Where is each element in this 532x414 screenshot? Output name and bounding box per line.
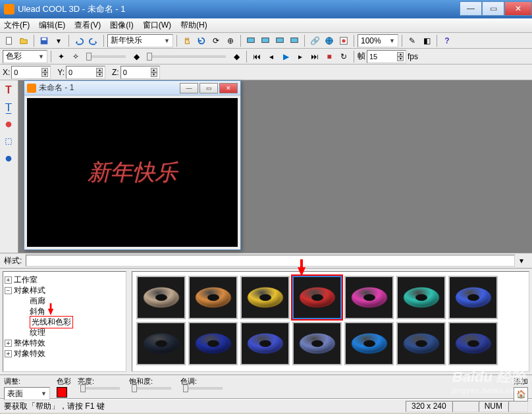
undo-icon[interactable] (72, 34, 86, 47)
key-b-icon[interactable]: ◆ (230, 50, 243, 63)
thumbnail[interactable] (188, 322, 238, 365)
close-button[interactable]: ✕ (504, 1, 532, 16)
open-icon[interactable] (17, 34, 30, 47)
canvas[interactable]: 新年快乐 (27, 98, 238, 247)
tree-global-fx[interactable]: 整体特效 (14, 338, 45, 349)
menu-window[interactable]: 窗口(W) (143, 20, 171, 31)
style-field[interactable] (26, 255, 515, 267)
thumbnail[interactable] (240, 276, 290, 319)
select-tool-icon[interactable] (1, 134, 16, 149)
svg-rect-6 (291, 38, 298, 42)
thumbnail[interactable] (344, 276, 394, 319)
brightness-slider[interactable] (80, 387, 120, 390)
doc-titlebar[interactable]: 未命名 - 1 — ▭ ✕ (24, 81, 240, 95)
expand-icon[interactable]: + (5, 340, 12, 347)
text-tool-icon[interactable]: T (1, 83, 16, 97)
sphere-tool-icon[interactable] (1, 117, 16, 132)
first-frame-icon[interactable]: ⏮ (250, 50, 263, 63)
refresh-icon[interactable]: ⟳ (209, 34, 223, 47)
tree-object-style[interactable]: 对象样式 (14, 285, 45, 296)
monitor4-icon[interactable] (288, 34, 301, 47)
thumbnail[interactable] (136, 276, 186, 319)
tool-b-icon[interactable]: ◧ (420, 34, 433, 47)
add-button[interactable]: 🏠 (514, 387, 528, 401)
slider-a[interactable] (86, 55, 126, 58)
shape-tool-icon[interactable]: T̲ (1, 100, 16, 115)
x-input[interactable]: ▴▾ (11, 66, 51, 79)
loop-icon[interactable]: ↻ (337, 50, 350, 63)
spin-down-icon[interactable]: ▾ (397, 57, 404, 61)
thumbnail[interactable] (344, 322, 394, 365)
menu-help[interactable]: 帮助(H) (180, 20, 207, 31)
thumbnail[interactable] (448, 276, 498, 319)
monitor3-icon[interactable] (273, 34, 286, 47)
rotate-icon[interactable] (195, 34, 208, 47)
key-a-icon[interactable]: ◆ (130, 50, 143, 63)
thumbnail[interactable] (188, 276, 238, 319)
zoom-combo[interactable]: 100%▼ (358, 34, 398, 47)
tree-object-fx[interactable]: 对象特效 (14, 348, 45, 359)
globe-icon[interactable] (323, 34, 336, 47)
preview-icon[interactable] (337, 34, 350, 47)
thumbnail[interactable] (292, 276, 342, 319)
svg-rect-3 (248, 38, 255, 42)
thumbnail[interactable] (448, 322, 498, 365)
next-frame-icon[interactable]: ▸ (294, 50, 307, 63)
text-combo[interactable]: 新年快乐▼ (107, 34, 173, 47)
minimize-button[interactable]: — (460, 1, 482, 16)
tree-workspace[interactable]: 工作室 (14, 274, 38, 286)
hue-slider[interactable] (183, 387, 223, 390)
prev-frame-icon[interactable]: ◂ (265, 50, 278, 63)
menu-view[interactable]: 查看(V) (74, 20, 101, 31)
stop-icon[interactable]: ■ (323, 50, 336, 63)
maximize-button[interactable]: ▭ (482, 1, 504, 16)
category-tree[interactable]: +工作室 −对象样式 画廊 斜角 光线和色彩 纹理 +整体特效 +对象特效 (3, 271, 126, 372)
menu-edit[interactable]: 编辑(E) (39, 20, 65, 31)
tree-texture[interactable]: 纹理 (30, 327, 45, 338)
expand-icon[interactable]: + (5, 276, 12, 284)
last-frame-icon[interactable]: ⏭ (308, 50, 321, 63)
target-icon[interactable]: ⊕ (224, 34, 237, 47)
collapse-icon[interactable]: − (5, 287, 12, 294)
doc-maximize-button[interactable]: ▭ (200, 83, 218, 93)
tree-bevel[interactable]: 斜角 (30, 306, 45, 317)
link-icon[interactable]: 🔗 (308, 34, 321, 47)
color-swatch[interactable] (57, 387, 67, 398)
saturation-slider[interactable] (132, 387, 171, 390)
style-chevron-icon[interactable]: ▾ (515, 254, 528, 267)
menu-file[interactable]: 文件(F) (4, 20, 30, 31)
tool-a-icon[interactable]: ✎ (406, 34, 419, 47)
tree-gallery[interactable]: 画廊 (30, 296, 45, 307)
monitor2-icon[interactable] (259, 34, 272, 47)
thumbnail[interactable] (396, 322, 446, 365)
save-icon[interactable] (38, 34, 51, 47)
context-help-icon[interactable]: ? (440, 34, 454, 47)
library-panel: +工作室 −对象样式 画廊 斜角 光线和色彩 纹理 +整体特效 +对象特效 (0, 269, 532, 375)
expand-icon[interactable]: + (5, 350, 12, 357)
z-input[interactable]: ▴▾ (120, 66, 160, 79)
menu-image[interactable]: 图像(I) (110, 20, 133, 31)
play-icon[interactable]: ▶ (279, 50, 292, 63)
thumbnail[interactable] (136, 322, 186, 365)
ball-tool-icon[interactable] (1, 151, 16, 166)
new-icon[interactable] (3, 34, 16, 47)
thumbnail[interactable] (240, 322, 290, 365)
thumbnail[interactable] (292, 322, 342, 365)
monitor1-icon[interactable] (244, 34, 257, 47)
chevron-down-icon[interactable]: ▾ (52, 34, 65, 47)
key-add-icon[interactable]: ✦ (55, 50, 68, 63)
frame-input[interactable]: ▴▾ (367, 50, 406, 63)
mode-combo[interactable]: 色彩▼ (3, 50, 47, 63)
thumbnail-grid (132, 271, 529, 372)
key-del-icon[interactable]: ✧ (69, 50, 82, 63)
hand-icon[interactable] (180, 34, 194, 47)
spin-up-icon[interactable]: ▴ (397, 52, 404, 57)
status-dim: 320 x 240 (406, 401, 452, 412)
thumbnail[interactable] (396, 276, 446, 319)
doc-close-button[interactable]: ✕ (219, 83, 238, 93)
timeline-slider[interactable] (147, 55, 226, 58)
doc-minimize-button[interactable]: — (180, 83, 198, 93)
y-input[interactable]: ▴▾ (66, 66, 105, 79)
surface-combo[interactable]: 表面▼ (4, 387, 50, 400)
redo-icon[interactable] (87, 34, 100, 47)
